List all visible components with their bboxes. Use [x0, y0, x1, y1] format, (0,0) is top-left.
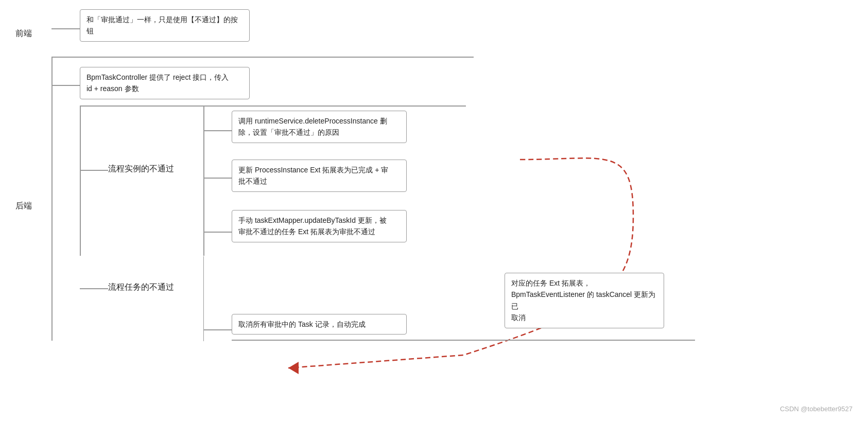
delete-process-hline	[203, 130, 232, 131]
frontend-hline	[51, 57, 474, 58]
svg-overlay	[0, 0, 868, 422]
backend-hline2	[80, 106, 466, 107]
backend-vline	[51, 58, 53, 341]
frontend-desc-box: 和「审批通过」一样，只是使用【不通过】的按 钮	[80, 9, 250, 42]
update-task-ext-box: 手动 taskExtMapper.updateByTaskId 更新，被 审批不…	[232, 210, 407, 242]
update-process-ext-hline	[203, 178, 232, 179]
backend-hline1	[51, 85, 80, 86]
process-task-hlabel	[80, 288, 108, 289]
update-process-ext-box: 更新 ProcessInstance Ext 拓展表为已完成 + 审 批不通过	[232, 160, 407, 192]
process-instance-hlabel	[80, 170, 108, 171]
frontend-connector	[51, 28, 80, 29]
process-instance-sub-vline	[203, 107, 204, 256]
process-task-sub-vline	[203, 256, 204, 341]
watermark: CSDN @tobebetter9527	[780, 405, 853, 413]
delete-process-box: 调用 runtimeService.deleteProcessInstance …	[232, 111, 407, 143]
cancel-tasks-hline	[203, 329, 232, 330]
backend-desc-box: BpmTaskController 提供了 reject 接口，传入 id + …	[80, 67, 250, 99]
process-instance-fail-label: 流程实例的不通过	[108, 164, 174, 174]
task-event-desc-box: 对应的任务 Ext 拓展表， BpmTaskEventListener 的 ta…	[505, 273, 664, 328]
process-task-fail-label: 流程任务的不通过	[108, 282, 174, 293]
diagram-container: 前端 和「审批通过」一样，只是使用【不通过】的按 钮 后端 BpmTaskCon…	[0, 0, 868, 422]
cancel-tasks-box: 取消所有审批中的 Task 记录，自动完成	[232, 314, 407, 335]
frontend-label: 前端	[15, 28, 32, 39]
process-instance-vline	[80, 107, 81, 256]
backend-label: 后端	[15, 201, 32, 212]
update-task-ext-hline	[203, 232, 232, 233]
bottom-hline	[232, 340, 695, 341]
svg-marker-0	[288, 362, 299, 374]
